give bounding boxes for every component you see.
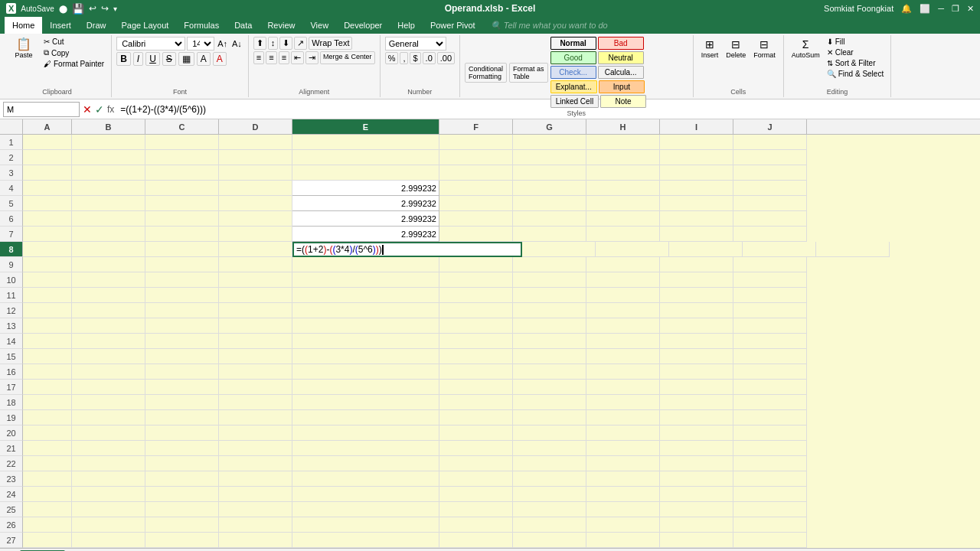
cell-g12[interactable] — [513, 303, 586, 318]
cell-d12[interactable] — [219, 303, 292, 318]
cell-g10[interactable] — [513, 272, 586, 288]
cell-i24[interactable] — [660, 487, 733, 502]
dec-inc-btn[interactable]: .0 — [423, 52, 436, 64]
cell-i25[interactable] — [660, 502, 733, 517]
cell-a12[interactable] — [23, 303, 72, 318]
row-num-4[interactable]: 4 — [0, 181, 23, 196]
row-num-2[interactable]: 2 — [0, 150, 23, 165]
row-num-10[interactable]: 10 — [0, 272, 23, 288]
cell-b15[interactable] — [72, 349, 145, 364]
style-check[interactable]: Check... — [550, 66, 596, 79]
tab-help[interactable]: Help — [390, 17, 423, 34]
cell-h3[interactable] — [586, 165, 660, 181]
cell-d5[interactable] — [219, 196, 292, 211]
number-format-select[interactable]: General Number Currency Percentage — [385, 37, 446, 51]
cell-f22[interactable] — [439, 456, 513, 471]
cell-e4[interactable]: 2.999232 — [292, 181, 439, 196]
dec-dec-btn[interactable]: .00 — [437, 52, 455, 64]
cell-d6[interactable] — [219, 211, 292, 227]
row-num-21[interactable]: 21 — [0, 441, 23, 456]
cell-j22[interactable] — [733, 456, 807, 471]
delete-btn[interactable]: ⊟ Delete — [723, 37, 749, 60]
col-header-h[interactable]: H — [586, 119, 660, 134]
cell-f7[interactable] — [439, 227, 513, 242]
cell-c18[interactable] — [145, 395, 219, 410]
tab-formulas[interactable]: Formulas — [176, 17, 227, 34]
cell-e7[interactable]: 2.999232 — [292, 227, 439, 242]
cell-j20[interactable] — [733, 425, 807, 441]
cell-e23[interactable] — [292, 471, 439, 487]
cell-f25[interactable] — [439, 502, 513, 517]
cell-i8[interactable] — [743, 242, 816, 257]
cell-g24[interactable] — [513, 487, 586, 502]
cell-d26[interactable] — [219, 517, 292, 533]
cell-a14[interactable] — [23, 334, 72, 349]
cell-i6[interactable] — [660, 211, 733, 227]
cell-a18[interactable] — [23, 395, 72, 410]
cell-f6[interactable] — [439, 211, 513, 227]
cell-h18[interactable] — [586, 395, 660, 410]
cell-a3[interactable] — [23, 165, 72, 181]
cell-h4[interactable] — [586, 181, 660, 196]
cell-f8[interactable] — [522, 242, 596, 257]
cell-e10[interactable] — [292, 272, 439, 288]
cell-h10[interactable] — [586, 272, 660, 288]
cell-b19[interactable] — [72, 410, 145, 425]
cell-g20[interactable] — [513, 425, 586, 441]
cell-c27[interactable] — [145, 533, 219, 548]
cell-a19[interactable] — [23, 410, 72, 425]
strikethrough-btn[interactable]: S — [162, 52, 176, 66]
cell-e6[interactable]: 2.999232 — [292, 211, 439, 227]
cell-h16[interactable] — [586, 364, 660, 380]
cell-c8[interactable] — [145, 242, 219, 257]
cell-e25[interactable] — [292, 502, 439, 517]
cell-d4[interactable] — [219, 181, 292, 196]
cell-e24[interactable] — [292, 487, 439, 502]
cell-c21[interactable] — [145, 441, 219, 456]
cell-h24[interactable] — [586, 487, 660, 502]
cell-g27[interactable] — [513, 533, 586, 548]
cell-b20[interactable] — [72, 425, 145, 441]
format-btn[interactable]: ⊟ Format — [750, 37, 779, 60]
cell-i4[interactable] — [660, 181, 733, 196]
cell-f26[interactable] — [439, 517, 513, 533]
cell-g16[interactable] — [513, 364, 586, 380]
cell-e9[interactable] — [292, 257, 439, 272]
cell-g3[interactable] — [513, 165, 586, 181]
cell-e15[interactable] — [292, 349, 439, 364]
border-btn[interactable]: ▦ — [178, 52, 194, 66]
cell-f13[interactable] — [439, 318, 513, 334]
cell-c11[interactable] — [145, 288, 219, 303]
cell-f18[interactable] — [439, 395, 513, 410]
sort-filter-btn[interactable]: ⇅ Sort & Filter — [825, 58, 886, 68]
style-input[interactable]: Input — [599, 80, 645, 93]
style-calc[interactable]: Calcula... — [598, 66, 644, 79]
cell-f20[interactable] — [439, 425, 513, 441]
tab-review[interactable]: Review — [260, 17, 302, 34]
cell-j9[interactable] — [733, 257, 807, 272]
row-num-3[interactable]: 3 — [0, 165, 23, 181]
col-header-d[interactable]: D — [219, 119, 292, 134]
cell-c3[interactable] — [145, 165, 219, 181]
cell-h23[interactable] — [586, 471, 660, 487]
cell-f11[interactable] — [439, 288, 513, 303]
row-num-15[interactable]: 15 — [0, 349, 23, 364]
cell-i18[interactable] — [660, 395, 733, 410]
cell-h17[interactable] — [586, 380, 660, 395]
cell-c9[interactable] — [145, 257, 219, 272]
cell-f16[interactable] — [439, 364, 513, 380]
col-header-e[interactable]: E — [292, 119, 439, 134]
cell-b25[interactable] — [72, 502, 145, 517]
row-num-8[interactable]: 8 — [0, 242, 23, 257]
style-neutral[interactable]: Neutral — [598, 51, 644, 64]
cell-b3[interactable] — [72, 165, 145, 181]
indent-dec-btn[interactable]: ⇤ — [291, 51, 304, 64]
cell-b13[interactable] — [72, 318, 145, 334]
cell-f12[interactable] — [439, 303, 513, 318]
cell-g9[interactable] — [513, 257, 586, 272]
align-left-btn[interactable]: ≡ — [253, 51, 264, 64]
cell-g22[interactable] — [513, 456, 586, 471]
cell-h9[interactable] — [586, 257, 660, 272]
align-middle-btn[interactable]: ↕ — [268, 37, 279, 50]
save-icon[interactable]: 💾 — [72, 3, 84, 15]
